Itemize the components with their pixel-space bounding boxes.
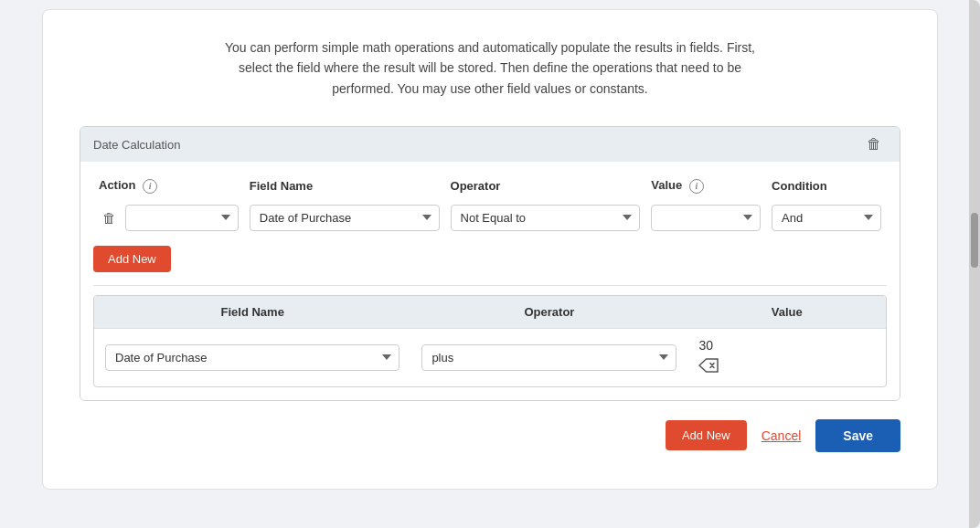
scrollbar-thumb[interactable] — [971, 213, 978, 268]
description-text: You can perform simple math operations a… — [80, 37, 900, 99]
action-select-wrapper: Set Clear — [125, 205, 239, 231]
result-table-wrapper: Field Name Operator Value — [93, 295, 887, 387]
add-new-bottom-button[interactable]: Add New — [666, 420, 747, 450]
delete-calc-button[interactable]: 🗑 — [861, 134, 887, 154]
result-section: Field Name Operator Value — [80, 295, 900, 400]
value-select-wrapper — [651, 205, 761, 231]
result-field-name-select-wrapper: Date of Purchase Order Date Ship Date — [105, 344, 399, 371]
main-card: You can perform simple math operations a… — [42, 9, 938, 490]
condition-row: 🗑 Set Clear — [93, 199, 887, 237]
th-action: Action i — [93, 171, 244, 199]
result-operator-select-wrapper: plus minus multiply divide — [421, 344, 676, 371]
result-value-cell: 30 — [687, 328, 886, 386]
result-th-value: Value — [687, 296, 886, 329]
result-row: Date of Purchase Order Date Ship Date — [94, 328, 886, 386]
operator-select[interactable]: Not Equal to Equal to Greater than Less … — [451, 205, 641, 231]
scrollbar[interactable] — [969, 0, 980, 528]
action-select[interactable]: Set Clear — [125, 205, 239, 231]
value-cell — [645, 199, 766, 237]
field-name-select[interactable]: Date of Purchase Order Date Ship Date — [250, 205, 440, 231]
condition-select[interactable]: And Or — [772, 205, 881, 231]
calc-header-title: Date Calculation — [93, 138, 180, 152]
th-field-name: Field Name — [244, 171, 445, 199]
operator-select-wrapper: Not Equal to Equal to Greater than Less … — [451, 205, 641, 231]
row-trash-button[interactable]: 🗑 — [99, 208, 120, 227]
action-info-icon[interactable]: i — [143, 179, 157, 194]
value-info-icon[interactable]: i — [689, 179, 704, 194]
condition-section: Action i Field Name Operator Value — [80, 171, 900, 285]
th-operator: Operator — [445, 171, 646, 199]
trash-icon: 🗑 — [867, 136, 881, 152]
condition-cell: And Or — [766, 199, 887, 237]
calc-block: Date Calculation 🗑 Action i — [80, 126, 900, 401]
th-condition: Condition — [766, 171, 887, 199]
result-field-name-select[interactable]: Date of Purchase Order Date Ship Date — [105, 344, 399, 371]
value-number: 30 — [698, 338, 713, 353]
page-wrapper: You can perform simple math operations a… — [0, 0, 980, 528]
result-th-field-name: Field Name — [94, 296, 410, 329]
save-button[interactable]: Save — [815, 419, 900, 452]
value-result-cell: 30 — [698, 338, 875, 377]
result-table: Field Name Operator Value — [94, 296, 886, 386]
condition-select-wrapper: And Or — [772, 205, 881, 231]
value-select[interactable] — [651, 205, 761, 231]
field-name-cell: Date of Purchase Order Date Ship Date — [244, 199, 445, 237]
result-operator-cell: plus minus multiply divide — [410, 328, 687, 386]
section-divider — [93, 285, 887, 286]
result-th-operator: Operator — [410, 296, 687, 329]
condition-table: Action i Field Name Operator Value — [93, 171, 887, 237]
result-field-name-cell: Date of Purchase Order Date Ship Date — [94, 328, 410, 386]
cancel-button[interactable]: Cancel — [762, 428, 802, 443]
bottom-actions: Add New Cancel Save — [80, 419, 900, 452]
backspace-button[interactable] — [698, 358, 719, 377]
backspace-icon — [698, 358, 719, 373]
add-new-condition-button[interactable]: Add New — [93, 246, 171, 272]
action-cell: 🗑 Set Clear — [93, 199, 244, 237]
operator-cell: Not Equal to Equal to Greater than Less … — [445, 199, 646, 237]
th-value: Value i — [645, 171, 766, 199]
result-operator-select[interactable]: plus minus multiply divide — [421, 344, 676, 371]
calc-header-bar: Date Calculation 🗑 — [80, 127, 900, 162]
field-name-select-wrapper: Date of Purchase Order Date Ship Date — [250, 205, 440, 231]
